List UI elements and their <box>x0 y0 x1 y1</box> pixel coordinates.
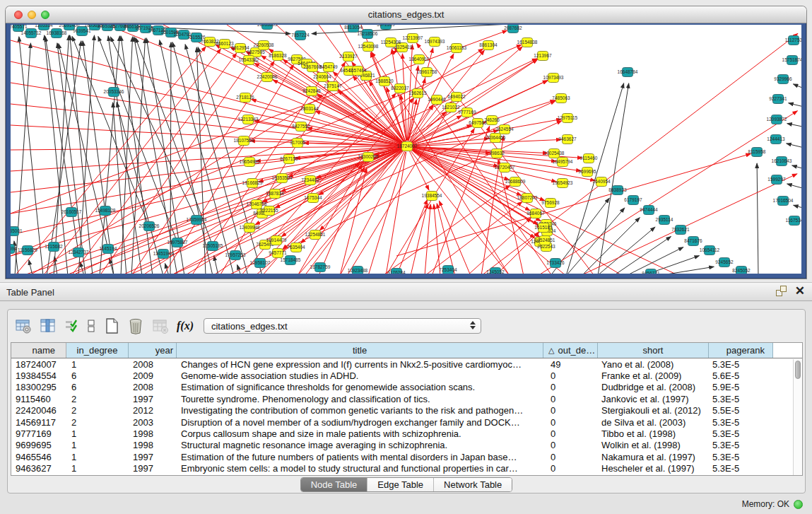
graph-node[interactable]: 2240604 <box>313 73 331 82</box>
show-column-icon[interactable] <box>40 317 57 334</box>
graph-node[interactable]: 18640910 <box>409 55 430 64</box>
graph-node[interactable]: 18495794 <box>553 158 573 167</box>
graph-node[interactable]: 17016504 <box>773 197 794 206</box>
graph-node[interactable]: 2718126 <box>236 93 254 103</box>
graph-node[interactable]: 1145194 <box>100 245 117 254</box>
column-header-short[interactable]: short <box>598 343 709 358</box>
graph-node[interactable]: 19218506 <box>358 30 378 39</box>
graph-node[interactable]: 2367608 <box>303 63 322 72</box>
graph-node[interactable]: 19384554 <box>422 192 442 201</box>
table-row[interactable]: 1938455462009Genome-wide association stu… <box>11 370 802 381</box>
table-row[interactable]: 946362711997Embryonic stem cells: a mode… <box>11 463 802 474</box>
graph-node[interactable]: 12409948 <box>240 223 260 233</box>
graph-node[interactable]: 16210643 <box>772 157 792 166</box>
network-canvas[interactable]: 2405571140557121205334169381682069140696… <box>11 25 801 274</box>
graph-node[interactable]: 2087682 <box>504 25 522 33</box>
graph-node[interactable]: 16961758 <box>417 68 437 77</box>
table-row[interactable]: 911546021997Tourette syndrome. Phenomeno… <box>11 393 802 404</box>
graph-node[interactable]: 8322037 <box>391 84 409 93</box>
close-panel-icon[interactable]: ✕ <box>795 286 805 296</box>
graph-node[interactable]: 1733426 <box>546 259 565 268</box>
graph-node[interactable]: 8471676 <box>684 237 702 246</box>
graph-node[interactable]: 16938168 <box>47 29 67 38</box>
graph-node[interactable]: 11923488 <box>348 267 368 274</box>
graph-node[interactable]: 10654112 <box>700 246 720 255</box>
graph-node[interactable]: 16061183 <box>447 44 467 53</box>
graph-node[interactable]: 8186328 <box>269 52 287 61</box>
table-row[interactable]: 946554611997Estimation of the future num… <box>11 451 802 462</box>
graph-node[interactable]: 12213343 <box>238 115 259 124</box>
table-scrollbar[interactable] <box>793 359 802 476</box>
scrollbar-thumb[interactable] <box>795 361 801 379</box>
graph-node[interactable]: 7485063 <box>552 94 570 103</box>
window-titlebar[interactable]: citations_edges.txt <box>6 6 806 23</box>
graph-node[interactable]: 8454749 <box>319 63 338 72</box>
new-table-icon[interactable] <box>104 317 119 335</box>
graph-node[interactable]: 9639541 <box>73 27 91 36</box>
tab-edge-table[interactable]: Edge Table <box>367 478 434 491</box>
graph-node[interactable]: 746266 <box>484 116 500 125</box>
graph-node[interactable]: 1990446 <box>428 95 446 105</box>
table-row[interactable]: 969969511998Structural magnetic resonanc… <box>11 440 802 451</box>
graph-node[interactable]: 5572319 <box>377 25 395 30</box>
graph-node[interactable]: 9699695 <box>578 168 596 177</box>
graph-node[interactable]: 19166829 <box>242 179 263 188</box>
graph-node[interactable]: 18720407 <box>495 163 515 173</box>
graph-node[interactable]: 9329966 <box>774 75 792 84</box>
graph-node[interactable]: 9245652 <box>715 258 734 267</box>
graph-node[interactable]: 9176284 <box>387 269 406 274</box>
graph-node[interactable]: 2935114 <box>656 216 673 225</box>
column-header-pagerank[interactable]: pagerank <box>709 343 773 358</box>
graph-node[interactable]: 8267150 <box>280 155 298 164</box>
graph-node[interactable]: 7832621 <box>671 226 690 235</box>
graph-node[interactable]: 6494022 <box>447 93 466 102</box>
graph-node[interactable]: 17957253 <box>225 251 246 260</box>
column-header-in_degree[interactable]: in_degree <box>66 343 129 358</box>
graph-node[interactable]: 12543098 <box>358 42 379 52</box>
graph-node[interactable]: 1621022 <box>442 103 460 112</box>
graph-node[interactable]: 10958107 <box>250 259 271 268</box>
graph-node[interactable]: 1599297 <box>767 175 786 185</box>
graph-node[interactable]: 3624554 <box>495 125 514 134</box>
tab-network-table[interactable]: Network Table <box>434 478 512 491</box>
graph-node[interactable]: 9474444 <box>640 206 658 215</box>
delete-table-icon[interactable] <box>127 317 144 335</box>
graph-node[interactable]: 15718485 <box>281 256 301 265</box>
tab-node-table[interactable]: Node Table <box>301 478 368 491</box>
graph-node[interactable]: 8861304 <box>479 41 498 50</box>
graph-node[interactable]: 6179197 <box>624 196 642 205</box>
table-row[interactable]: 977716911998Corpus callosum shape and si… <box>11 428 802 439</box>
graph-node[interactable]: 9684067 <box>526 209 545 218</box>
graph-node[interactable]: 8245052 <box>732 267 751 274</box>
graph-node[interactable]: 7635404 <box>287 243 305 252</box>
graph-node[interactable]: 1215682 <box>45 243 63 252</box>
table-mode-icon[interactable] <box>86 317 96 334</box>
table-row[interactable]: 1872400712008Changes of HCN gene express… <box>11 358 802 370</box>
graph-node[interactable]: 2133927 <box>339 52 358 62</box>
graph-node[interactable]: 20053346 <box>104 88 124 97</box>
graph-node[interactable]: 917005 <box>290 139 305 148</box>
table-row[interactable]: 1830029562008Estimation of significance … <box>11 382 802 393</box>
graph-node[interactable]: 16053809 <box>257 25 278 30</box>
graph-node[interactable]: 12093872 <box>767 115 787 124</box>
graph-node[interactable]: 18807243 <box>517 194 538 203</box>
graph-node[interactable]: 1244413 <box>767 135 785 144</box>
graph-node[interactable]: 10688609 <box>505 177 526 187</box>
graph-node[interactable]: 9242845 <box>302 87 321 96</box>
graph-node[interactable]: 1835001 <box>11 227 23 236</box>
graph-node[interactable]: 1640954 <box>592 177 611 187</box>
graph-node[interactable]: 15751874 <box>782 56 801 65</box>
select-rows-icon[interactable] <box>64 317 78 334</box>
graph-node[interactable]: 12505185 <box>203 242 223 251</box>
table-row[interactable]: 2242004622012Investigating the contribut… <box>11 405 802 416</box>
graph-node[interactable]: 26160517 <box>61 208 82 217</box>
graph-node[interactable]: 798632 <box>489 149 505 158</box>
graph-node[interactable]: 1245052 <box>486 268 505 274</box>
column-header-year[interactable]: year <box>129 343 177 358</box>
graph-node[interactable]: 8115958 <box>748 148 766 157</box>
graph-node[interactable]: 16648784 <box>618 68 638 77</box>
function-builder-icon[interactable]: f(x) <box>177 320 194 332</box>
table-settings-icon[interactable] <box>15 317 32 334</box>
graph-node[interactable]: 14055712 <box>21 29 42 38</box>
column-header-out_de[interactable]: △out_de… <box>543 343 598 358</box>
